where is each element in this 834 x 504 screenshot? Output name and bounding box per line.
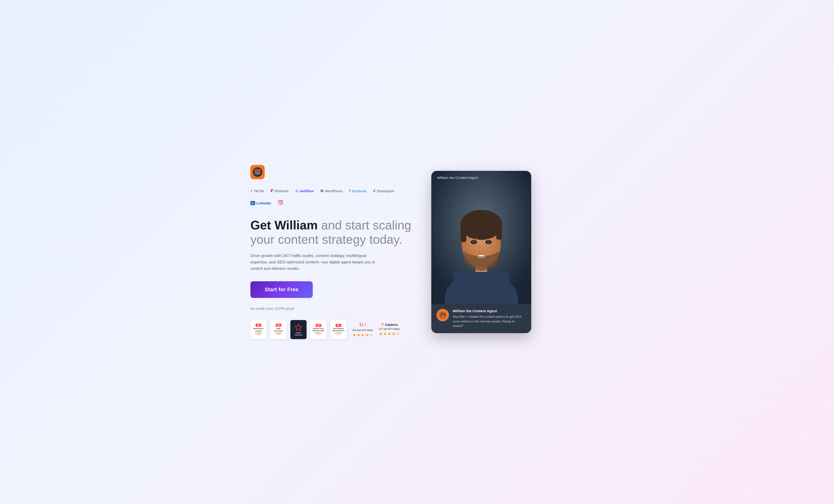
integrations-bar: ♪ TikTok 𝐏 Pinterest ⊹ webflow W WordPre…	[250, 189, 417, 206]
capterra-stars: ★ ★ ★ ★ ★	[379, 331, 400, 336]
headline: Get William and start scaling your conte…	[250, 218, 417, 247]
integration-label: Pinterest	[275, 189, 288, 193]
badge-subtitle: SPRING	[276, 332, 282, 334]
badge-season: 2024	[317, 334, 320, 335]
badge-users-love-us: UsersLove Us	[290, 320, 307, 339]
badge-title: Best SupportSmall Business	[332, 328, 345, 332]
agent-avatar: 🐻	[437, 309, 449, 321]
capterra-logo: Capterra	[385, 323, 398, 327]
badge-title: MomentumLeader	[254, 327, 264, 332]
g2-label: G2	[336, 324, 341, 327]
users-love-icon	[295, 323, 302, 331]
facebook-icon: f	[349, 189, 350, 193]
william-card-label: William the Content Agent	[437, 176, 478, 180]
sharepoint-icon: S	[373, 189, 375, 193]
william-illustration	[431, 171, 531, 304]
svg-point-16	[474, 241, 476, 243]
subheadline: Drive growth with 24/7 traffic audits, c…	[250, 253, 384, 272]
pinterest-icon: 𝐏	[271, 189, 273, 193]
g2-rating-block: G 2 4.6 out of 5 stars ★ ★ ★ ★ ★	[352, 322, 373, 338]
badge-momentum-leader: G2 MomentumLeader SPRING 2024	[250, 320, 267, 339]
agent-message: Hey Ellie, I created five content pieces…	[453, 314, 526, 328]
badge-subtitle: SPRING	[315, 332, 322, 334]
integration-label: webflow	[300, 189, 314, 193]
integration-label: facebook	[352, 189, 367, 193]
svg-point-1	[280, 201, 281, 203]
integration-label: Sharepoint	[377, 189, 394, 193]
integration-sharepoint: S Sharepoint	[373, 189, 394, 193]
integration-label: LinkedIn	[257, 201, 271, 205]
svg-rect-6	[454, 272, 509, 304]
svg-point-19	[475, 238, 478, 240]
linkedin-icon: in	[250, 201, 255, 205]
badge-subtitle: SPRING	[256, 332, 262, 334]
g2-stars: ★ ★ ★ ★ ★	[352, 332, 373, 338]
badge-season: 2024	[257, 334, 260, 335]
page-wrapper: 🐻 ♪ TikTok 𝐏 Pinterest ⊹ webflow W	[250, 165, 584, 339]
headline-bold: Get William	[250, 218, 318, 232]
capterra-score-text: 4.7 out of 5 stars	[379, 327, 400, 330]
g2-source: G 2	[360, 322, 366, 328]
agent-name: William the Content Agent	[453, 309, 526, 313]
badge-title: HighPerformer	[274, 327, 283, 332]
capterra-source: ⚑ Capterra	[381, 323, 398, 327]
webflow-icon: ⊹	[295, 189, 298, 193]
g2-label: G2	[276, 324, 281, 327]
instagram-icon	[278, 200, 283, 206]
svg-point-2	[282, 201, 282, 201]
chat-content: William the Content Agent Hey Ellie, I c…	[453, 309, 526, 328]
william-chat-bubble: 🐻 William the Content Agent Hey Ellie, I…	[431, 304, 531, 333]
integration-linkedin: in LinkedIn	[250, 201, 271, 205]
badge-easiest-business: G2 Easiest To DoBusiness With SPRING 202…	[310, 320, 327, 339]
start-free-button[interactable]: Start for Free	[250, 281, 313, 298]
badge-high-performer: G2 HighPerformer SPRING 2024	[270, 320, 287, 339]
capterra-icon: ⚑	[381, 323, 384, 327]
badge-season: 2024	[337, 334, 340, 335]
left-content: 🐻 ♪ TikTok 𝐏 Pinterest ⊹ webflow W	[250, 165, 417, 339]
wordpress-icon: W	[321, 189, 324, 193]
badges-row: G2 MomentumLeader SPRING 2024 G2 HighPer…	[250, 320, 417, 339]
william-card: William the Content Agent	[431, 171, 531, 333]
badge-subtitle: SPRING	[335, 332, 342, 334]
badge-title: UsersLove Us	[295, 332, 302, 336]
no-credit-text: No credit card, GDPR proof	[250, 306, 417, 310]
integration-facebook: f facebook	[349, 189, 366, 193]
g2-label: G2	[315, 324, 321, 327]
avatar-emoji: 🐻	[439, 311, 446, 319]
capterra-rating-block: ⚑ Capterra 4.7 out of 5 stars ★ ★ ★ ★ ★	[379, 323, 400, 336]
svg-point-17	[488, 241, 490, 243]
integration-instagram	[278, 200, 283, 206]
g2-logo: G	[360, 322, 364, 328]
g2-score-text: 4.6 out of 5 stars	[352, 329, 373, 331]
badge-title: Easiest To DoBusiness With	[313, 328, 324, 332]
integration-pinterest: 𝐏 Pinterest	[271, 189, 288, 193]
svg-marker-3	[295, 324, 302, 330]
integration-wordpress: W WordPress	[321, 189, 343, 193]
william-photo	[431, 171, 531, 304]
badge-season: 2024	[277, 334, 280, 335]
logo[interactable]: 🐻	[250, 165, 265, 179]
g2-2: 2	[364, 323, 366, 327]
tiktok-icon: ♪	[250, 189, 252, 193]
integration-label: WordPress	[325, 189, 343, 193]
logo-icon: 🐻	[253, 167, 262, 177]
integration-tiktok: ♪ TikTok	[250, 189, 264, 193]
g2-label: G2	[256, 324, 261, 327]
integration-label: TikTok	[254, 189, 264, 193]
integration-webflow: ⊹ webflow	[295, 189, 314, 193]
badge-best-support: G2 Best SupportSmall Business SPRING 202…	[330, 320, 347, 339]
svg-rect-10	[461, 224, 466, 242]
